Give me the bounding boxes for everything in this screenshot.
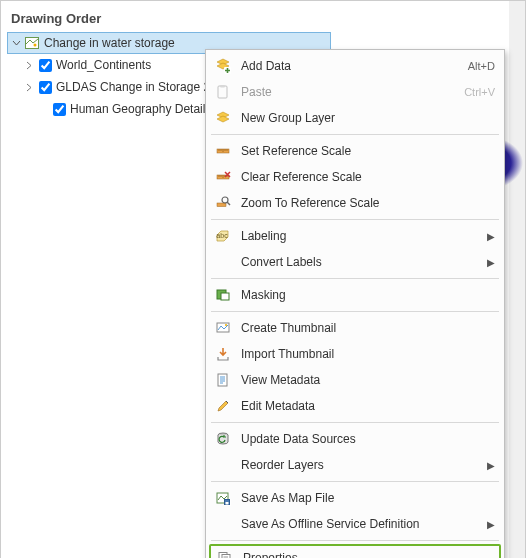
menu-reorder-layers[interactable]: Reorder Layers ▶ <box>209 452 501 478</box>
menu-label: Paste <box>241 85 456 99</box>
submenu-arrow-icon: ▶ <box>485 460 495 471</box>
clear-reference-scale-icon <box>213 167 233 187</box>
menu-convert-labels[interactable]: Convert Labels ▶ <box>209 249 501 275</box>
menu-label: Labeling <box>241 229 485 243</box>
properties-icon <box>215 548 235 558</box>
menu-label: Masking <box>241 288 495 302</box>
context-menu: Add Data Alt+D Paste Ctrl+V New Group La… <box>205 49 505 558</box>
menu-label: Convert Labels <box>241 255 485 269</box>
zoom-reference-scale-icon <box>213 193 233 213</box>
menu-label: Update Data Sources <box>241 432 495 446</box>
menu-label: Properties <box>243 551 493 558</box>
menu-label: Edit Metadata <box>241 399 495 413</box>
submenu-arrow-icon: ▶ <box>485 257 495 268</box>
menu-shortcut: Ctrl+V <box>464 86 495 98</box>
svg-rect-3 <box>218 86 227 98</box>
menu-label: Reorder Layers <box>241 458 485 472</box>
menu-separator <box>211 134 499 135</box>
menu-separator <box>211 422 499 423</box>
menu-label: Save As Offline Service Definition <box>241 517 485 531</box>
menu-label: Set Reference Scale <box>241 144 495 158</box>
svg-point-13 <box>225 324 227 326</box>
layer-visibility-checkbox[interactable] <box>53 103 66 116</box>
blank-icon <box>213 252 233 272</box>
map-scrollbar[interactable] <box>509 1 525 558</box>
chevron-right-icon[interactable] <box>25 83 37 92</box>
menu-save-as-map-file[interactable]: Save As Map File <box>209 485 501 511</box>
menu-separator <box>211 311 499 312</box>
menu-paste: Paste Ctrl+V <box>209 79 501 105</box>
add-data-icon <box>213 56 233 76</box>
panel-title: Drawing Order <box>1 7 331 32</box>
menu-import-thumbnail[interactable]: Import Thumbnail <box>209 341 501 367</box>
set-reference-scale-icon <box>213 141 233 161</box>
layer-visibility-checkbox[interactable] <box>39 81 52 94</box>
menu-label: View Metadata <box>241 373 495 387</box>
menu-update-data-sources[interactable]: Update Data Sources <box>209 426 501 452</box>
view-metadata-icon <box>213 370 233 390</box>
menu-create-thumbnail[interactable]: Create Thumbnail <box>209 315 501 341</box>
edit-metadata-icon <box>213 396 233 416</box>
menu-add-data[interactable]: Add Data Alt+D <box>209 53 501 79</box>
paste-icon <box>213 82 233 102</box>
svg-rect-4 <box>220 85 225 88</box>
svg-rect-11 <box>221 293 229 300</box>
menu-label: Save As Map File <box>241 491 495 505</box>
menu-new-group-layer[interactable]: New Group Layer <box>209 105 501 131</box>
menu-zoom-reference-scale[interactable]: Zoom To Reference Scale <box>209 190 501 216</box>
svg-text:abc: abc <box>216 232 228 239</box>
menu-set-reference-scale[interactable]: Set Reference Scale <box>209 138 501 164</box>
submenu-arrow-icon: ▶ <box>485 519 495 530</box>
blank-icon <box>213 514 233 534</box>
menu-labeling[interactable]: abc Labeling ▶ <box>209 223 501 249</box>
menu-shortcut: Alt+D <box>468 60 495 72</box>
import-thumbnail-icon <box>213 344 233 364</box>
menu-label: Add Data <box>241 59 460 73</box>
menu-label: Create Thumbnail <box>241 321 495 335</box>
map-icon <box>24 35 40 51</box>
menu-save-offline-service-definition[interactable]: Save As Offline Service Definition ▶ <box>209 511 501 537</box>
menu-edit-metadata[interactable]: Edit Metadata <box>209 393 501 419</box>
menu-clear-reference-scale[interactable]: Clear Reference Scale <box>209 164 501 190</box>
expander-icon[interactable] <box>12 39 24 48</box>
layer-visibility-checkbox[interactable] <box>39 59 52 72</box>
menu-view-metadata[interactable]: View Metadata <box>209 367 501 393</box>
blank-icon <box>213 455 233 475</box>
svg-point-1 <box>34 44 37 47</box>
save-map-file-icon <box>213 488 233 508</box>
menu-label: Clear Reference Scale <box>241 170 495 184</box>
labeling-icon: abc <box>213 226 233 246</box>
menu-separator <box>211 481 499 482</box>
svg-rect-21 <box>222 555 230 559</box>
menu-label: Import Thumbnail <box>241 347 495 361</box>
app-frame: Drawing Order Change in water storage Wo… <box>0 0 526 558</box>
create-thumbnail-icon <box>213 318 233 338</box>
svg-rect-14 <box>218 374 227 386</box>
submenu-arrow-icon: ▶ <box>485 231 495 242</box>
menu-label: Zoom To Reference Scale <box>241 196 495 210</box>
menu-masking[interactable]: Masking <box>209 282 501 308</box>
menu-properties[interactable]: Properties <box>209 544 501 558</box>
tree-item-label: Human Geography Detail <box>70 102 205 116</box>
masking-icon <box>213 285 233 305</box>
tree-root-label: Change in water storage <box>44 36 175 50</box>
update-data-sources-icon <box>213 429 233 449</box>
menu-separator <box>211 540 499 541</box>
svg-rect-19 <box>226 502 229 505</box>
menu-label: New Group Layer <box>241 111 495 125</box>
chevron-right-icon[interactable] <box>25 61 37 70</box>
menu-separator <box>211 278 499 279</box>
new-group-layer-icon <box>213 108 233 128</box>
tree-item-label: GLDAS Change in Storage 2003 <box>56 80 230 94</box>
menu-separator <box>211 219 499 220</box>
tree-item-label: World_Continents <box>56 58 151 72</box>
